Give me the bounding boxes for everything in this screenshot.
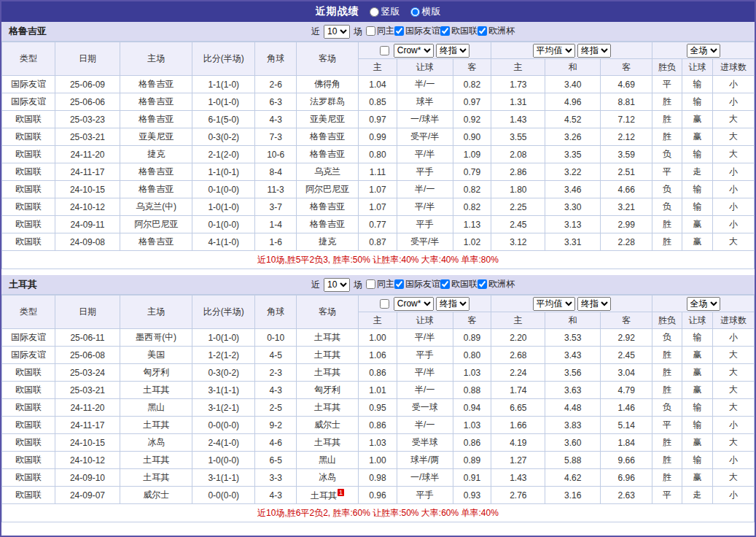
full-match-select[interactable]: 全场 [687, 44, 720, 58]
match-type-badge: 欧国联 [2, 111, 55, 128]
average-select[interactable]: 平均值 [533, 297, 575, 311]
filter-checkbox-option[interactable]: 国际友谊 [394, 278, 440, 290]
bookmaker-checkbox[interactable] [380, 299, 389, 309]
corner-count: 10-6 [255, 146, 297, 163]
avg-draw-odds: 3.35 [545, 146, 601, 163]
avg-home-odds: 2.68 [491, 347, 545, 364]
filter-checkbox[interactable] [440, 279, 450, 289]
team-section-1: 格鲁吉亚 近 10 场 同主国际友谊欧国联欧洲杯 类型 日期 主场 比分( [1, 22, 755, 269]
team-section-header: 格鲁吉亚 近 10 场 同主国际友谊欧国联欧洲杯 [1, 22, 755, 42]
avg-draw-odds: 4.48 [545, 399, 601, 417]
home-team: 格鲁吉亚 [120, 233, 192, 251]
result: 负 [652, 329, 682, 347]
bookmaker-select[interactable]: Crow* [394, 44, 434, 58]
filter-checkbox[interactable] [366, 279, 375, 289]
avg-home-odds: 1.43 [491, 469, 545, 487]
near-label: 近 [311, 279, 320, 291]
avg-home-odds: 1.74 [491, 382, 545, 399]
match-type-badge: 欧国联 [2, 163, 55, 181]
match-score: 3-1(1-1) [192, 469, 255, 487]
filter-checkbox-option[interactable]: 欧洲杯 [478, 25, 515, 37]
col-goals: 进球数 [713, 312, 755, 329]
avg-draw-odds: 4.52 [545, 111, 601, 128]
filter-checkbox[interactable] [440, 26, 450, 36]
home-team: 格鲁吉亚 [120, 93, 192, 111]
col-avg-away: 客 [601, 59, 652, 76]
corner-count: 3-7 [255, 198, 297, 216]
average-select[interactable]: 平均值 [533, 44, 575, 58]
avg-away-odds: 4.79 [601, 382, 652, 399]
match-row: 欧国联25-03-23格鲁吉亚6-1(5-0)4-3亚美尼亚0.97一/球半0.… [2, 111, 755, 128]
col-home: 主场 [120, 295, 192, 329]
match-score: 0-3(0-2) [192, 128, 255, 146]
filter-checkbox[interactable] [394, 26, 404, 36]
filter-checkbox-option[interactable]: 国际友谊 [394, 25, 440, 37]
match-row: 欧国联24-11-17格鲁吉亚1-1(0-1)8-4乌克兰1.11平手0.792… [2, 163, 755, 181]
result: 胜 [652, 128, 682, 146]
match-type-badge: 欧国联 [2, 128, 55, 146]
handicap: 半/一 [397, 382, 453, 399]
avg-draw-odds: 3.46 [545, 181, 601, 198]
away-odds: 0.79 [453, 163, 491, 181]
avg-home-odds: 2.76 [491, 487, 545, 504]
avg-draw-odds: 3.56 [545, 364, 601, 382]
filter-checkbox[interactable] [366, 26, 375, 36]
goals-result: 大 [713, 382, 755, 399]
match-row: 欧国联24-10-12土耳其1-0(0-0)6-5黑山1.00球半/两0.891… [2, 452, 755, 469]
filter-checkbox-option[interactable]: 欧国联 [440, 278, 478, 290]
filter-checkbox-option[interactable]: 同主 [366, 278, 394, 290]
corner-count: 2-5 [255, 399, 297, 417]
match-type-badge: 欧国联 [2, 417, 55, 434]
home-team: 格鲁吉亚 [120, 163, 192, 181]
match-date: 24-09-08 [55, 233, 120, 251]
home-team: 阿尔巴尼亚 [120, 216, 192, 233]
handicap-result: 输 [682, 93, 713, 111]
bookmaker-final-select[interactable]: 终指 [436, 297, 469, 311]
section-summary: 近10场,胜6平2负2, 胜率:60% 让胜率:50% 大率:60% 单率:40… [1, 504, 755, 522]
filter-checkbox[interactable] [478, 279, 487, 289]
match-count-select[interactable]: 10 [324, 278, 350, 292]
vertical-layout-radio[interactable] [370, 7, 379, 17]
average-final-select[interactable]: 终指 [577, 44, 611, 58]
result: 胜 [652, 452, 682, 469]
bookmaker-select[interactable]: Crow* [394, 297, 434, 311]
away-team: 土耳其 [297, 399, 359, 417]
away-odds: 1.03 [453, 417, 491, 434]
bookmaker-checkbox[interactable] [380, 46, 389, 55]
horizontal-layout-radio[interactable] [410, 7, 420, 17]
handicap: 平/半 [397, 329, 453, 347]
match-type-badge: 欧国联 [2, 399, 55, 417]
filter-checkbox-option[interactable]: 欧洲杯 [478, 278, 515, 290]
home-odds: 0.87 [359, 233, 397, 251]
match-type-badge: 欧国联 [2, 434, 55, 452]
bookmaker-final-select[interactable]: 终指 [436, 44, 469, 58]
col-type: 类型 [2, 42, 55, 76]
filter-checkbox-option[interactable]: 欧国联 [440, 25, 478, 37]
avg-home-odds: 1.66 [491, 417, 545, 434]
result: 平 [652, 163, 682, 181]
page-title: 近期战绩 [316, 5, 359, 18]
match-score: 0-1(0-0) [192, 216, 255, 233]
filter-checkbox-option[interactable]: 同主 [366, 25, 394, 37]
handicap: 一/球半 [397, 111, 453, 128]
matches-body: 国际友谊25-06-09格鲁吉亚1-1(1-0)2-6佛得角1.04半/一0.8… [2, 76, 755, 251]
horizontal-layout-label: 横版 [422, 5, 441, 18]
match-type-badge: 国际友谊 [2, 329, 55, 347]
match-score: 1-0(1-0) [192, 93, 255, 111]
filter-checkbox[interactable] [478, 26, 487, 36]
home-team: 美国 [120, 347, 192, 364]
goals-result: 大 [713, 146, 755, 163]
corner-count: 1-6 [255, 233, 297, 251]
layout-option-horizontal[interactable]: 横版 [410, 5, 441, 18]
handicap-result: 输 [682, 417, 713, 434]
match-count-select[interactable]: 10 [324, 25, 350, 39]
average-final-select[interactable]: 终指 [577, 297, 611, 311]
full-match-select[interactable]: 全场 [687, 297, 720, 311]
match-score: 2-4(1-0) [192, 434, 255, 452]
match-score: 0-3(0-2) [192, 364, 255, 382]
layout-option-vertical[interactable]: 竖版 [370, 5, 400, 18]
match-type-badge: 国际友谊 [2, 347, 55, 364]
avg-away-odds: 8.81 [601, 93, 652, 111]
result: 胜 [652, 364, 682, 382]
filter-checkbox[interactable] [394, 279, 404, 289]
